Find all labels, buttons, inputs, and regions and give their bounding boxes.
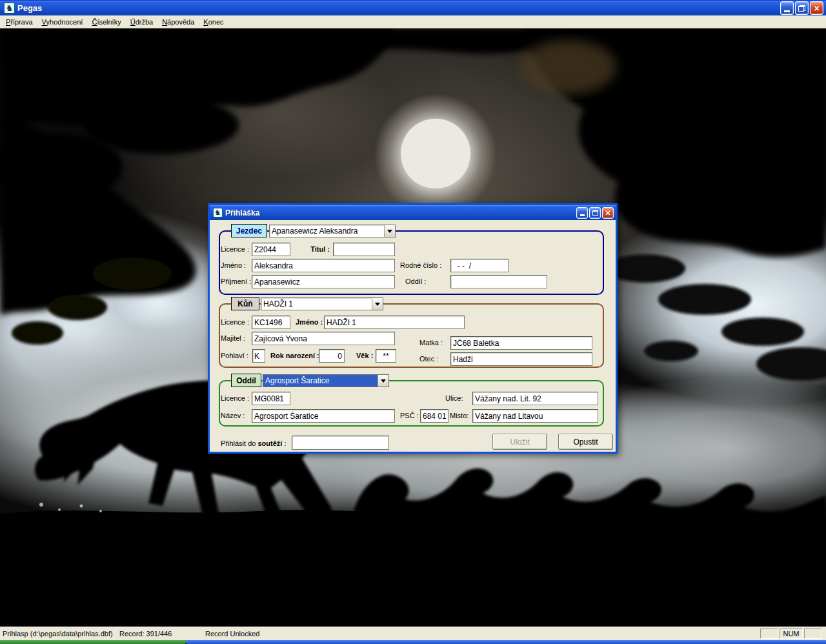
jezdec-jmeno-input[interactable] bbox=[252, 259, 395, 272]
taskbar-sliver bbox=[0, 640, 826, 644]
close-icon: × bbox=[605, 208, 610, 217]
restore-icon bbox=[798, 5, 805, 12]
ulice-label: Ulice: bbox=[445, 394, 463, 403]
jezdec-dropdown[interactable]: Apanasewicz Aleksandra bbox=[269, 225, 396, 237]
prihlaska-dialog: ♞ Přihláška × Jezdec Apanasewicz Aleksan… bbox=[208, 203, 618, 454]
jezdec-jmeno-label: Jméno : bbox=[221, 261, 246, 270]
statusbar-panel-left bbox=[760, 629, 778, 639]
statusbar-panel-right bbox=[804, 629, 822, 639]
ulice-input[interactable] bbox=[472, 392, 598, 405]
dialog-client-area: Jezdec Apanasewicz Aleksandra Licence : … bbox=[210, 220, 616, 452]
start-button-sliver[interactable] bbox=[0, 640, 186, 644]
nazev-input[interactable] bbox=[252, 409, 395, 423]
menu-vyhodnoceni[interactable]: Vyhodnocení bbox=[37, 16, 88, 28]
prihlasit-colon: : bbox=[282, 439, 286, 447]
status-bar: Prihlasp (d:\pegas\data\prihlas.dbf) Rec… bbox=[0, 627, 826, 640]
pegas-app-icon: ♞ bbox=[4, 3, 15, 14]
minimize-icon bbox=[784, 10, 790, 12]
vek-label: Věk : bbox=[356, 351, 373, 361]
oddil-dropdown-value: Agrosport Šaratice bbox=[263, 375, 378, 387]
ulozit-button: Uložit bbox=[492, 434, 547, 450]
jezdec-dropdown-value: Apanasewicz Aleksandra bbox=[270, 225, 384, 237]
oddil-licence-input[interactable] bbox=[252, 392, 290, 405]
dropdown-arrow-icon[interactable] bbox=[378, 375, 388, 387]
dialog-maximize-button[interactable] bbox=[589, 207, 601, 219]
menu-priprava[interactable]: Příprava bbox=[1, 16, 37, 28]
kun-jmeno-input[interactable] bbox=[324, 316, 465, 329]
kun-dropdown[interactable]: HADŽI 1 bbox=[261, 297, 383, 310]
close-button[interactable]: × bbox=[810, 1, 823, 15]
taskbar-strip bbox=[186, 640, 826, 644]
dialog-close-button[interactable]: × bbox=[602, 207, 614, 219]
menu-ciselniky[interactable]: Číselníky bbox=[87, 16, 125, 28]
desktop-area: ♞ Přihláška × Jezdec Apanasewicz Aleksan… bbox=[0, 28, 826, 627]
statusbar-file: Prihlasp (d:\pegas\data\prihlas.dbf) bbox=[3, 630, 113, 638]
kun-dropdown-value: HADŽI 1 bbox=[261, 298, 372, 310]
opustit-button[interactable]: Opustit bbox=[558, 434, 613, 450]
jezdec-licence-input[interactable] bbox=[252, 243, 290, 256]
moon bbox=[374, 94, 497, 216]
misto-label: Misto: bbox=[450, 411, 468, 421]
pohlavi-label: Pohlaví : bbox=[221, 351, 248, 361]
kun-licence-label: Licence : bbox=[221, 317, 249, 327]
menu-napoveda[interactable]: Nápověda bbox=[157, 16, 199, 28]
oddil-dropdown[interactable]: Agrosport Šaratice bbox=[263, 374, 389, 387]
matka-input[interactable] bbox=[450, 336, 592, 350]
minimize-button[interactable] bbox=[780, 1, 794, 15]
jezdec-oddil-input[interactable] bbox=[450, 275, 547, 288]
minimize-icon bbox=[580, 214, 585, 216]
rok-narozeni-label: Rok narození : bbox=[270, 351, 319, 361]
nazev-label: Název : bbox=[221, 411, 245, 421]
prihlasit-do-soutezi-label: Přihlásit do soutěží : bbox=[221, 439, 287, 448]
dialog-title: Přihláška bbox=[225, 208, 575, 217]
jezdec-tab-button[interactable]: Jezdec bbox=[231, 224, 267, 237]
jezdec-oddil-label: Oddíl : bbox=[405, 277, 426, 287]
oddil-tab-button[interactable]: Oddíl bbox=[231, 374, 261, 387]
otec-input[interactable] bbox=[450, 352, 592, 366]
prijmeni-input[interactable] bbox=[252, 275, 395, 288]
statusbar-lock-state: Record Unlocked bbox=[205, 630, 259, 638]
maximize-icon bbox=[592, 210, 598, 216]
dialog-titlebar: ♞ Přihláška × bbox=[210, 205, 616, 220]
dropdown-arrow-icon[interactable] bbox=[384, 225, 395, 237]
jezdec-titul-input[interactable] bbox=[333, 243, 395, 256]
main-window-title: Pegas bbox=[17, 3, 779, 13]
matka-label: Matka : bbox=[419, 338, 443, 348]
close-icon: × bbox=[814, 4, 819, 13]
kun-jmeno-label: Jméno : bbox=[296, 317, 323, 327]
rodne-cislo-input[interactable] bbox=[450, 259, 509, 272]
menu-bar: Příprava Vyhodnocení Číselníky Údržba Ná… bbox=[0, 15, 826, 28]
majitel-label: Majitel : bbox=[221, 334, 245, 343]
menu-konec[interactable]: Konec bbox=[199, 16, 228, 28]
jezdec-licence-label: Licence : bbox=[221, 245, 249, 254]
prijmeni-label: Příjmení : bbox=[221, 277, 251, 287]
psc-label: PSČ : bbox=[400, 411, 419, 421]
prihlasit-bold: soutěží bbox=[257, 439, 282, 447]
statusbar-num-indicator: NUM bbox=[780, 629, 803, 639]
kun-tab-button[interactable]: Kůň bbox=[231, 297, 259, 310]
rodne-cislo-label: Rodné číslo : bbox=[400, 261, 441, 270]
otec-label: Otec : bbox=[419, 354, 438, 364]
majitel-input[interactable] bbox=[252, 332, 395, 345]
pohlavi-input[interactable] bbox=[252, 349, 265, 363]
jezdec-titul-label: Titul : bbox=[304, 245, 330, 254]
vek-input[interactable] bbox=[376, 349, 396, 363]
restore-button[interactable] bbox=[795, 1, 809, 15]
dialog-minimize-button[interactable] bbox=[576, 207, 588, 219]
rok-narozeni-input[interactable] bbox=[319, 349, 345, 363]
psc-input[interactable] bbox=[420, 409, 448, 423]
menu-udrzba[interactable]: Údržba bbox=[126, 16, 157, 28]
kun-licence-input[interactable] bbox=[252, 316, 290, 329]
soutez-input[interactable] bbox=[292, 436, 389, 450]
oddil-licence-label: Licence : bbox=[221, 394, 249, 403]
misto-input[interactable] bbox=[472, 409, 598, 423]
background-ground bbox=[0, 503, 826, 627]
prihlasit-prefix: Přihlásit do bbox=[221, 439, 257, 447]
dropdown-arrow-icon[interactable] bbox=[372, 298, 383, 310]
statusbar-record: Record: 391/446 bbox=[119, 630, 172, 638]
dialog-horse-icon: ♞ bbox=[213, 208, 223, 217]
main-titlebar: ♞ Pegas × bbox=[0, 0, 826, 15]
